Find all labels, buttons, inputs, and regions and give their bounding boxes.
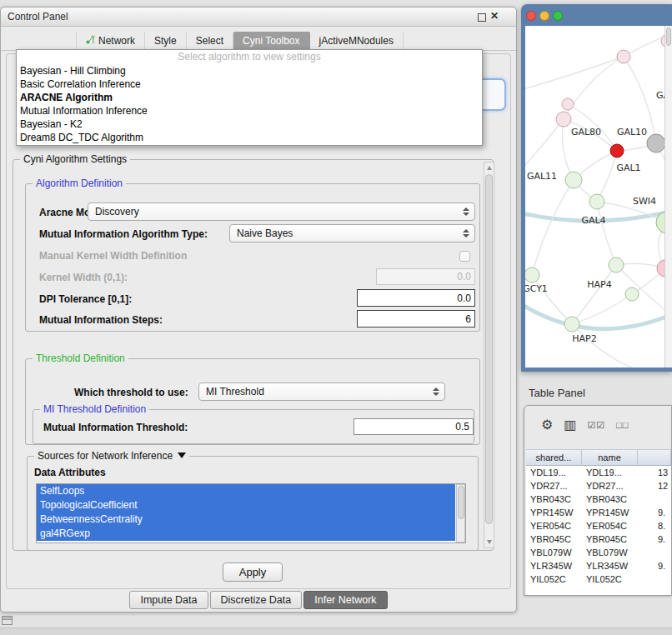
table-header-row: shared...name: [526, 449, 671, 466]
mi-steps-label: Mutual Information Steps:: [39, 314, 163, 326]
group-title: MI Threshold Definition: [40, 403, 149, 415]
network-node[interactable]: [525, 268, 539, 282]
desktop: Control Panel ✕ NetworkStyleSelectCyni T…: [0, 0, 672, 635]
network-node[interactable]: [617, 50, 630, 63]
network-node[interactable]: [556, 112, 571, 127]
network-node[interactable]: [564, 317, 579, 332]
mi-threshold-field[interactable]: 0.5: [354, 418, 474, 435]
tab-network[interactable]: Network: [76, 32, 145, 51]
table-cell: YIL052C: [526, 572, 582, 586]
table-row[interactable]: YBR043CYBR043C: [526, 492, 671, 506]
network-graph: GAL80GAL10GAL1GAL11GAL4SWI4GCY1HAP4HAP2G…: [525, 26, 672, 368]
network-node[interactable]: [609, 258, 624, 272]
tab-style[interactable]: Style: [145, 32, 187, 51]
table-panel-window: ⚙▥☑☑□□ shared...name YDL19...YDL19...13Y…: [524, 405, 672, 596]
table-row[interactable]: YDR27...YDR27...12: [526, 479, 671, 492]
scrollbar-thumb[interactable]: [666, 28, 671, 46]
scrollbar-thumb[interactable]: [485, 174, 493, 524]
table-cell: 9.: [638, 559, 671, 572]
mac-minimize-button[interactable]: [539, 11, 549, 21]
algorithm-option-mutual-information-inference[interactable]: Mutual Information Inference: [17, 104, 482, 118]
table-cell: 9.: [638, 506, 671, 519]
table-cell: YDL19...: [526, 466, 582, 479]
group-title: Cyni Algorithm Settings: [20, 153, 130, 165]
sources-section-toggle[interactable]: Sources for Network Inference: [34, 450, 189, 462]
network-node[interactable]: [565, 172, 582, 188]
network-node[interactable]: [625, 288, 639, 301]
threshold-definition-group: Threshold Definition Which threshold to …: [25, 358, 480, 445]
window-title: Control Panel: [8, 11, 68, 22]
network-node[interactable]: [562, 98, 574, 110]
network-node[interactable]: [647, 134, 665, 152]
table-header-cell[interactable]: [638, 450, 671, 465]
manual-kernel-checkbox[interactable]: [459, 251, 470, 262]
mi-steps-field[interactable]: 6: [357, 310, 475, 328]
table-body: YDL19...YDL19...13YDR27...YDR27...12YBR0…: [526, 466, 671, 586]
data-attributes-label: Data Attributes: [34, 467, 106, 478]
network-edge: [597, 151, 617, 202]
collapse-arrow-icon: [178, 452, 186, 458]
algorithm-option-basic-correlation-inference[interactable]: Basic Correlation Inference: [17, 78, 482, 91]
restore-panel-icon[interactable]: [2, 616, 13, 625]
node-table: shared...name YDL19...YDL19...13YDR27...…: [526, 449, 671, 595]
select-rows-icon[interactable]: ☑☑: [587, 421, 605, 430]
bottom-tab-impute-data[interactable]: Impute Data: [129, 591, 208, 609]
network-canvas: GAL80GAL10GAL1GAL11GAL4SWI4GCY1HAP4HAP2G…: [525, 26, 672, 368]
table-cell: YBR045C: [582, 532, 638, 546]
table-header-cell[interactable]: name: [582, 450, 638, 465]
table-row[interactable]: YIL052CYIL052C: [526, 572, 671, 586]
network-edge: [564, 57, 624, 119]
scroll-up-icon[interactable]: [487, 166, 492, 170]
table-row[interactable]: YLR345WYLR345W9.: [526, 559, 671, 572]
table-cell: YER054C: [582, 519, 638, 532]
table-cell: YER054C: [526, 519, 582, 532]
column-chooser-icon[interactable]: ▥: [564, 418, 576, 432]
table-row[interactable]: YDL19...YDL19...13: [526, 466, 671, 479]
algorithm-option-dream8-dc-tdc-algorithm[interactable]: Dream8 DC_TDC Algorithm: [17, 131, 482, 144]
table-header-cell[interactable]: shared...: [526, 450, 582, 465]
mac-close-button[interactable]: [526, 11, 536, 21]
node-label: GAL1: [616, 162, 640, 173]
attribute-item-topologicalcoefficient[interactable]: TopologicalCoefficient: [37, 498, 455, 512]
algorithm-option-bayesian-hill-climbing[interactable]: Bayesian - Hill Climbing: [17, 64, 482, 78]
float-window-icon[interactable]: [478, 13, 486, 22]
network-node[interactable]: [589, 194, 604, 209]
algorithm-placeholder-option[interactable]: Select algorithm to view settings: [17, 50, 482, 64]
sources-group: Sources for Network Inference Data Attri…: [27, 456, 479, 551]
algorithm-option-bayesian-k2[interactable]: Bayesian - K2: [17, 118, 482, 131]
network-vertical-scrollbar[interactable]: [664, 26, 672, 368]
tab-jactivemnodules[interactable]: jActiveMNodules: [310, 32, 404, 51]
attribute-item-betweennesscentrality[interactable]: BetweennessCentrality: [37, 512, 455, 527]
network-view-window: GAL80GAL10GAL1GAL11GAL4SWI4GCY1HAP4HAP2G…: [521, 4, 672, 372]
aracne-mode-select[interactable]: Discovery: [88, 202, 475, 221]
mac-zoom-button[interactable]: [553, 11, 563, 21]
algorithm-option-aracne-algorithm[interactable]: ARACNE Algorithm: [17, 91, 482, 104]
scroll-down-icon[interactable]: [487, 540, 492, 544]
table-cell: [638, 546, 671, 559]
mi-type-select[interactable]: Naive Bayes: [229, 224, 475, 242]
bottom-tab-discretize-data[interactable]: Discretize Data: [210, 591, 303, 609]
apply-button[interactable]: Apply: [223, 562, 283, 582]
table-row[interactable]: YBR045CYBR045C9.: [526, 532, 671, 546]
table-row[interactable]: YBL079WYBL079W: [526, 546, 671, 559]
table-row[interactable]: YER054CYER054C8.: [526, 519, 671, 532]
deselect-rows-icon[interactable]: □□: [616, 421, 629, 430]
network-node[interactable]: [610, 144, 624, 158]
scrollbar-thumb[interactable]: [458, 486, 464, 519]
tab-select[interactable]: Select: [187, 32, 233, 51]
tab-cyni-toolbox[interactable]: Cyni Toolbox: [233, 32, 309, 51]
close-icon[interactable]: ✕: [490, 10, 499, 22]
table-cell: YDR27...: [526, 479, 582, 492]
attributes-scrollbar[interactable]: [456, 484, 465, 542]
which-threshold-select[interactable]: MI Threshold: [198, 382, 445, 401]
settings-scrollbar[interactable]: [484, 162, 494, 548]
kernel-width-field[interactable]: 0.0: [376, 268, 475, 285]
table-row[interactable]: YPR145WYPR145W9.: [526, 506, 671, 519]
attribute-item-selfloops[interactable]: SelfLoops: [37, 484, 455, 498]
control-panel-tabs: NetworkStyleSelectCyni ToolboxjActiveMNo…: [1, 32, 516, 51]
table-panel-tab[interactable]: Table Panel: [529, 387, 585, 399]
dpi-tolerance-field[interactable]: 0.0: [357, 289, 475, 307]
attribute-item-gal4rgexp[interactable]: gal4RGexp: [37, 527, 455, 541]
settings-gear-icon[interactable]: ⚙: [541, 418, 553, 432]
bottom-tab-infer-network[interactable]: Infer Network: [303, 591, 387, 609]
